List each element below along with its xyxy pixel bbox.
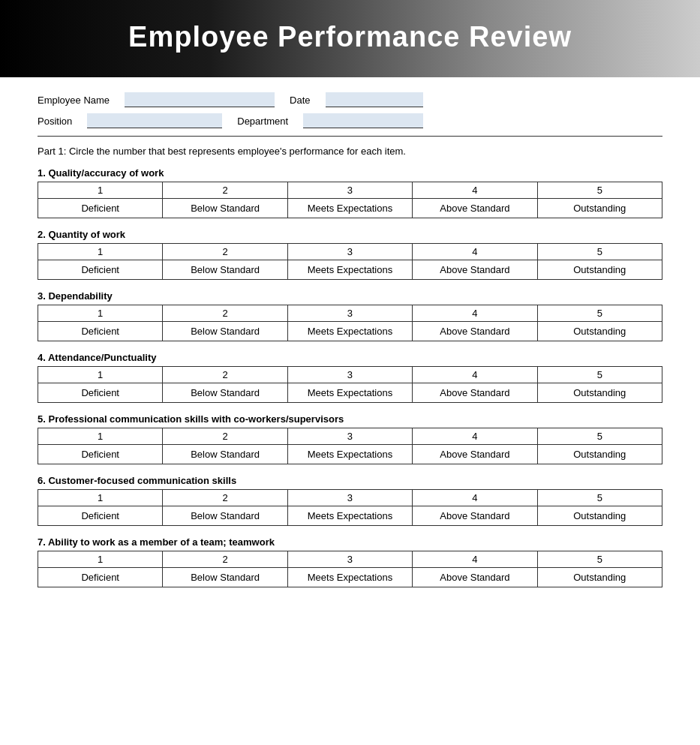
position-row: Position Department [38, 113, 662, 128]
section-7-title: 7. Ability to work as a member of a team… [38, 536, 662, 548]
department-input[interactable] [303, 113, 423, 128]
form-fields: Employee Name Date Position Department [38, 92, 662, 128]
section-3-title: 3. Dependability [38, 290, 662, 302]
section-1-title: 1. Quality/accuracy of work [38, 167, 662, 179]
section-4-title: 4. Attendance/Punctuality [38, 352, 662, 363]
employee-name-label: Employee Name [38, 95, 110, 106]
position-input[interactable] [87, 113, 222, 128]
rating-num-1: 1 [38, 182, 163, 199]
department-label: Department [237, 116, 288, 127]
section-6-title: 6. Customer-focused communication skills [38, 475, 662, 486]
section-2-table: 1 2 3 4 5 Deficient Below Standard Meets… [38, 243, 662, 280]
label-meets-expectations: Meets Expectations [287, 199, 412, 218]
form-divider [38, 136, 662, 137]
label-outstanding: Outstanding [537, 199, 662, 218]
rating-num-5: 5 [537, 182, 662, 199]
rating-num-4: 4 [413, 182, 537, 199]
rating-num-2: 2 [163, 182, 287, 199]
section-4-table: 1 2 3 4 5 Deficient Below Standard Meets… [38, 366, 662, 403]
position-label: Position [38, 116, 72, 127]
section-2-title: 2. Quantity of work [38, 229, 662, 240]
section-1-table: 1 2 3 4 5 Deficient Below Standard Meets… [38, 182, 662, 218]
section-3-table: 1 2 3 4 5 Deficient Below Standard Meets… [38, 305, 662, 341]
section-5-title: 5. Professional communication skills wit… [38, 413, 662, 425]
label-below-standard: Below Standard [163, 199, 287, 218]
section-7-table: 1 2 3 4 5 Deficient Below Standard Meets… [38, 551, 662, 587]
date-input[interactable] [326, 92, 423, 107]
page-title: Employee Performance Review [30, 21, 670, 53]
date-label: Date [290, 95, 310, 106]
header: Employee Performance Review [0, 0, 700, 77]
name-row: Employee Name Date [38, 92, 662, 107]
section-5-table: 1 2 3 4 5 Deficient Below Standard Meets… [38, 428, 662, 464]
label-deficient: Deficient [38, 199, 163, 218]
part1-instruction: Part 1: Circle the number that best repr… [38, 146, 662, 157]
rating-num-3: 3 [287, 182, 412, 199]
section-6-table: 1 2 3 4 5 Deficient Below Standard Meets… [38, 489, 662, 526]
employee-name-input[interactable] [125, 92, 275, 107]
label-above-standard: Above Standard [413, 199, 537, 218]
